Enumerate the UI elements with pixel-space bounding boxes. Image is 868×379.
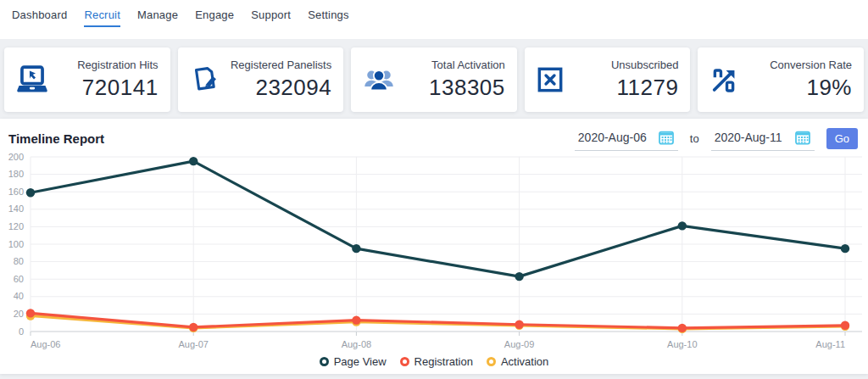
date-to-value: 2020-Aug-11	[715, 131, 782, 144]
unsubscribe-box-icon	[537, 66, 574, 93]
svg-text:0: 0	[19, 326, 24, 337]
card-label: Registration Hits	[53, 59, 159, 71]
calendar-icon[interactable]	[794, 129, 811, 146]
date-from-value: 2020-Aug-06	[578, 131, 647, 144]
document-edit-icon	[190, 65, 227, 94]
legend-item-activation[interactable]: Activation	[487, 355, 548, 368]
nav-item-support[interactable]: Support	[251, 8, 291, 25]
card-value: 138305	[400, 75, 505, 101]
svg-text:Aug-08: Aug-08	[342, 339, 371, 349]
svg-text:Aug-10: Aug-10	[667, 339, 697, 349]
card-unsubscribed: Unsubscribed 11279	[525, 47, 691, 112]
card-label: Registered Panelists	[227, 59, 332, 71]
card-value: 11279	[574, 75, 679, 101]
svg-text:140: 140	[8, 203, 24, 214]
registration-ring-icon	[400, 357, 409, 366]
legend-label: Page View	[334, 355, 387, 368]
users-group-icon	[363, 65, 400, 94]
line-chart-canvas: 020406080100120140160180200Aug-06Aug-07A…	[0, 153, 868, 349]
svg-text:20: 20	[14, 309, 24, 319]
date-range-controls: 2020-Aug-06 to 2020-Aug-11	[575, 127, 858, 151]
date-from-field[interactable]: 2020-Aug-06	[575, 127, 678, 151]
to-label: to	[690, 132, 699, 145]
card-total-activation: Total Activation 138305	[351, 47, 517, 112]
calendar-icon[interactable]	[658, 129, 675, 146]
card-conversion-rate: Conversion Rate 19%	[698, 47, 864, 112]
svg-text:Aug-06: Aug-06	[31, 339, 60, 349]
page-view-ring-icon	[320, 357, 329, 366]
nav-item-manage[interactable]: Manage	[137, 8, 178, 25]
timeline-chart: 020406080100120140160180200Aug-06Aug-07A…	[0, 151, 868, 372]
page-title: Timeline Report	[8, 131, 104, 146]
card-registered-panelists: Registered Panelists 232094	[178, 47, 344, 112]
nav-item-engage[interactable]: Engage	[195, 8, 234, 25]
percent-arrow-icon	[709, 65, 747, 94]
svg-text:200: 200	[8, 153, 24, 162]
card-label: Unsubscribed	[574, 59, 679, 71]
stat-cards-row: Registration Hits 720141 Registered Pane…	[0, 39, 868, 112]
nav-item-dashboard[interactable]: Dashboard	[12, 8, 67, 25]
nav-item-settings[interactable]: Settings	[308, 8, 349, 25]
card-value: 720141	[53, 75, 159, 101]
svg-text:180: 180	[8, 169, 24, 179]
top-navigation: Dashboard Recruit Manage Engage Support …	[0, 0, 868, 39]
timeline-report-panel: Timeline Report 2020-Aug-06 to 2020-Aug-…	[0, 119, 868, 374]
svg-text:Aug-09: Aug-09	[504, 339, 534, 349]
card-label: Total Activation	[400, 59, 505, 71]
svg-text:120: 120	[8, 221, 24, 231]
legend-item-page-view[interactable]: Page View	[320, 355, 387, 368]
svg-text:Aug-07: Aug-07	[178, 339, 208, 349]
nav-item-recruit[interactable]: Recruit	[84, 8, 120, 27]
go-button[interactable]: Go	[826, 128, 858, 149]
card-label: Conversion Rate	[747, 59, 852, 71]
card-value: 232094	[227, 75, 332, 101]
date-to-field[interactable]: 2020-Aug-11	[711, 127, 815, 151]
svg-text:60: 60	[14, 274, 24, 284]
card-registration-hits: Registration Hits 720141	[4, 47, 170, 112]
svg-text:80: 80	[14, 256, 24, 266]
legend-item-registration[interactable]: Registration	[400, 355, 473, 368]
legend-label: Activation	[501, 355, 548, 368]
legend-label: Registration	[415, 355, 473, 368]
activation-ring-icon	[487, 357, 496, 366]
card-value: 19%	[747, 75, 852, 101]
svg-text:100: 100	[8, 239, 24, 249]
svg-text:160: 160	[8, 187, 24, 197]
laptop-cursor-icon	[16, 65, 53, 94]
svg-text:40: 40	[14, 291, 24, 301]
svg-text:Aug-11: Aug-11	[815, 339, 845, 349]
chart-legend: Page View Registration Activation	[0, 350, 868, 372]
